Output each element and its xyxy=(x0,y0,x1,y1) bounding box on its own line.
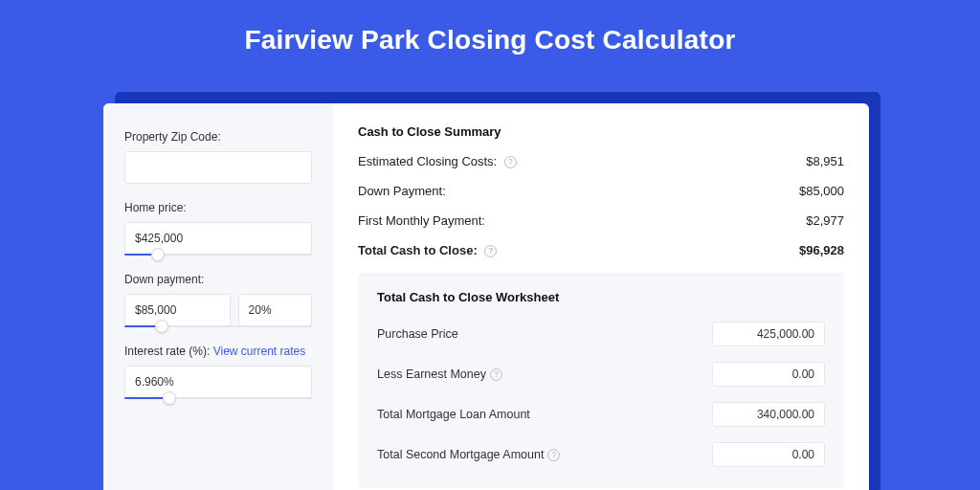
summary-total-label: Total Cash to Close: xyxy=(358,243,478,257)
results-panel: Cash to Close Summary Estimated Closing … xyxy=(333,103,869,490)
summary-row-closing-costs: Estimated Closing Costs: ? $8,951 xyxy=(358,154,844,168)
summary-label: First Monthly Payment: xyxy=(358,213,485,228)
summary-total-value: $96,928 xyxy=(799,243,844,257)
summary-value: $85,000 xyxy=(799,184,844,198)
summary-row-first-payment: First Monthly Payment: $2,977 xyxy=(358,213,844,228)
worksheet-row-earnest-money: Less Earnest Money ? xyxy=(377,362,825,387)
down-payment-percent-input[interactable] xyxy=(238,294,312,326)
zip-label: Property Zip Code: xyxy=(124,130,312,144)
slider-thumb[interactable] xyxy=(151,248,165,261)
worksheet-input-purchase-price[interactable] xyxy=(712,322,825,346)
interest-rate-slider[interactable] xyxy=(124,397,312,399)
down-payment-slider[interactable] xyxy=(124,325,312,327)
interest-rate-label: Interest rate (%): View current rates xyxy=(124,345,312,358)
worksheet-row-second-mortgage: Total Second Mortgage Amount ? xyxy=(377,442,825,467)
slider-thumb[interactable] xyxy=(155,320,168,333)
worksheet-title: Total Cash to Close Worksheet xyxy=(377,290,825,304)
home-price-label: Home price: xyxy=(124,201,312,214)
worksheet-label: Total Mortgage Loan Amount xyxy=(377,408,530,421)
field-zip: Property Zip Code: xyxy=(124,130,312,184)
field-down-payment: Down payment: xyxy=(124,273,312,327)
worksheet-label: Less Earnest Money xyxy=(377,368,486,381)
view-rates-link[interactable]: View current rates xyxy=(213,345,306,358)
worksheet-input-earnest-money[interactable] xyxy=(712,362,825,387)
field-interest-rate: Interest rate (%): View current rates xyxy=(124,345,312,399)
home-price-slider[interactable] xyxy=(124,254,312,256)
help-icon[interactable]: ? xyxy=(504,156,517,168)
interest-rate-input[interactable] xyxy=(124,366,312,398)
calculator-card: Property Zip Code: Home price: Down paym… xyxy=(103,103,869,490)
summary-value: $2,977 xyxy=(806,213,844,228)
worksheet-row-purchase-price: Purchase Price xyxy=(377,322,825,346)
summary-label: Down Payment: xyxy=(358,184,446,198)
field-home-price: Home price: xyxy=(124,201,312,256)
summary-row-down-payment: Down Payment: $85,000 xyxy=(358,184,844,198)
help-icon[interactable]: ? xyxy=(547,449,560,461)
worksheet-row-mortgage-loan: Total Mortgage Loan Amount xyxy=(377,402,825,427)
worksheet-input-mortgage-loan[interactable] xyxy=(712,402,825,427)
worksheet-label: Purchase Price xyxy=(377,327,458,341)
summary-value: $8,951 xyxy=(806,154,844,168)
down-payment-amount-input[interactable] xyxy=(124,294,231,326)
worksheet-label: Total Second Mortgage Amount xyxy=(377,448,544,461)
page-title: Fairview Park Closing Cost Calculator xyxy=(0,0,980,75)
worksheet-panel: Total Cash to Close Worksheet Purchase P… xyxy=(358,273,844,488)
summary-row-total: Total Cash to Close: ? $96,928 xyxy=(358,243,844,257)
slider-thumb[interactable] xyxy=(163,391,176,405)
worksheet-input-second-mortgage[interactable] xyxy=(712,442,825,467)
summary-title: Cash to Close Summary xyxy=(358,124,844,139)
help-icon[interactable]: ? xyxy=(484,245,497,257)
zip-input[interactable] xyxy=(124,151,312,184)
down-payment-label: Down payment: xyxy=(124,273,312,286)
summary-label: Estimated Closing Costs: xyxy=(358,154,497,168)
interest-rate-label-text: Interest rate (%): xyxy=(124,345,210,358)
help-icon[interactable]: ? xyxy=(490,368,502,381)
inputs-panel: Property Zip Code: Home price: Down paym… xyxy=(103,103,333,490)
